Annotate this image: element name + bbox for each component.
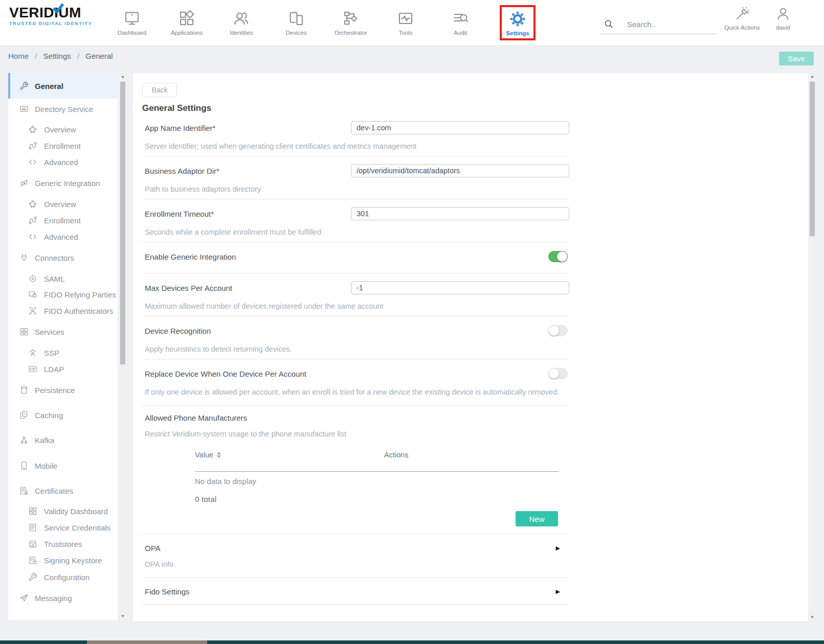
scroll-down-icon[interactable]: ▼ <box>120 613 126 620</box>
screen-lock-icon <box>28 290 37 299</box>
back-button[interactable]: Back <box>142 83 177 97</box>
sidebar-scrollbar-thumb[interactable] <box>120 82 125 364</box>
database-icon <box>19 385 29 395</box>
card-icon <box>28 364 37 374</box>
sidebar-item-configuration[interactable]: Configuration <box>8 569 118 585</box>
app-name-identifier-input[interactable] <box>351 121 569 134</box>
sidebar-item-advanced[interactable]: Advanced <box>8 154 118 170</box>
save-button[interactable]: Save <box>779 52 814 65</box>
breadcrumb-separator: / <box>77 52 79 60</box>
sidebar-item-caching[interactable]: Caching <box>8 407 118 423</box>
nav-item-applications[interactable]: Applications <box>162 10 211 36</box>
sidebar-item-enrollment[interactable]: Enrollment <box>8 212 118 228</box>
device-recognition-helper: Apply heuristincs to detect returning de… <box>142 343 569 355</box>
sidebar-item-saml[interactable]: SAML <box>8 270 118 287</box>
sidebar-item-general[interactable]: General <box>8 73 118 99</box>
table-header-value[interactable]: Value <box>195 451 384 459</box>
replace-device-toggle[interactable] <box>548 368 568 379</box>
nav-item-identities[interactable]: Identities <box>217 10 266 36</box>
sidebar-item-advanced[interactable]: Advanced <box>8 228 118 245</box>
table-header-rule <box>195 471 559 472</box>
value-column-label: Value <box>195 451 213 459</box>
sidebar-item-label: Service Credentials <box>44 523 110 532</box>
sidebar-item-label: Connectors <box>35 254 74 262</box>
sidebar-item-persistence[interactable]: Persistence <box>8 382 118 398</box>
saml-icon <box>28 274 37 283</box>
nav-item-devices[interactable]: Devices <box>272 10 321 36</box>
scroll-up-icon[interactable]: ▲ <box>120 73 126 80</box>
sidebar-item-service-credentials[interactable]: Service Credentials <box>8 519 118 536</box>
nav-item-audit[interactable]: Audit <box>436 10 485 36</box>
content-scrollbar[interactable]: ▲ ▼ <box>809 73 815 621</box>
dashboard-icon <box>123 10 141 27</box>
sidebar-item-label: Configuration <box>44 573 90 582</box>
fido-settings-section-row[interactable]: Fido Settings ▶ <box>142 578 569 605</box>
enable-generic-integration-toggle[interactable] <box>548 251 568 262</box>
sidebar-item-label: Caching <box>35 411 63 420</box>
sidebar-item-messaging[interactable]: Messaging <box>8 590 118 606</box>
nav-item-tools[interactable]: Tools <box>381 10 430 36</box>
search-icon <box>604 19 614 29</box>
expand-right-icon: ▶ <box>556 588 560 595</box>
table-empty-text: No data to display <box>195 477 569 486</box>
wrench-icon <box>19 81 29 90</box>
field-row-business-adaptor: Business Adaptor Dir* Path to business a… <box>142 156 569 199</box>
nav-item-orchestrator[interactable]: Orchestrator <box>326 10 375 36</box>
sidebar-item-overview[interactable]: Overview <box>8 121 118 137</box>
nav-item-settings[interactable]: Settings <box>500 5 536 40</box>
horizontal-scrollbar-thumb[interactable] <box>87 640 207 644</box>
sidebar-item-directory-service[interactable]: ADDirectory Service <box>8 101 118 117</box>
manufacturers-table: Value Actions No data to display 0 total <box>195 451 569 504</box>
sidebar-item-label: Mobile <box>35 462 57 470</box>
horizontal-scrollbar-track[interactable] <box>0 640 824 644</box>
allowed-phone-manufacturers-section: Allowed Phone Manufacturers Restrict Ver… <box>142 406 569 534</box>
enrollment-timeout-input[interactable] <box>351 207 569 220</box>
sidebar-item-validity-dashboard[interactable]: Validity Dashboard <box>8 503 118 519</box>
scroll-down-icon[interactable]: ▼ <box>809 614 815 621</box>
sidebar-item-label: Enrollment <box>44 216 81 225</box>
sidebar-item-connectors[interactable]: Connectors <box>8 249 118 266</box>
sidebar-item-generic-integration[interactable]: Generic Integration <box>8 175 118 191</box>
breadcrumb-settings: Settings <box>43 52 71 60</box>
veridium-logo[interactable]: VERIDIUM TRUSTED DIGITAL IDENTITY <box>9 5 106 26</box>
nav-item-dashboard[interactable]: Dashboard <box>107 10 157 36</box>
search-input[interactable] <box>626 19 710 29</box>
share-icon <box>19 435 29 445</box>
sidebar-item-enrollment[interactable]: Enrollment <box>8 137 118 154</box>
enrollment-timeout-helper: Seconds while a complete enrollment must… <box>142 226 569 238</box>
fido-settings-label: Fido Settings <box>142 587 190 596</box>
sidebar-item-ldap[interactable]: LDAP <box>8 361 118 377</box>
sidebar-item-ssp[interactable]: SSP <box>8 344 118 361</box>
device-recognition-toggle[interactable] <box>548 325 568 336</box>
max-devices-input[interactable] <box>351 281 569 294</box>
sidebar-item-label: Persistence <box>35 386 75 395</box>
field-row-device-recognition: Device Recognition Apply heuristincs to … <box>142 316 569 359</box>
sidebar-item-truststores[interactable]: Truststores <box>8 536 118 552</box>
sidebar-item-services[interactable]: Services <box>8 324 118 340</box>
sidebar-scrollbar[interactable]: ▲ ▼ <box>120 73 126 620</box>
sidebar-item-fido-authenticators[interactable]: FIDO Authenticators <box>8 303 118 319</box>
ad-icon: AD <box>19 104 29 113</box>
business-adaptor-dir-input[interactable] <box>351 164 569 177</box>
sidebar-item-overview[interactable]: Overview <box>8 196 118 212</box>
sidebar-item-signing-keystore[interactable]: Signing Keystore <box>8 552 118 568</box>
nav-item-label: Tools <box>399 30 413 36</box>
breadcrumb-home-link[interactable]: Home <box>8 52 29 60</box>
sidebar-item-kafka[interactable]: Kafka <box>8 432 118 448</box>
quick-actions-button[interactable]: Quick Actions <box>720 6 764 31</box>
sidebar-item-fido-relying-parties[interactable]: FIDO Relying Parties <box>8 286 118 303</box>
scroll-up-icon[interactable]: ▲ <box>809 73 815 80</box>
field-row-enrollment-timeout: Enrollment Timeout* Seconds while a comp… <box>142 199 569 242</box>
nav-item-label: Dashboard <box>118 30 146 36</box>
opa-section-row[interactable]: OPA ▶ OPA info. <box>142 534 569 578</box>
sidebar-item-certificates[interactable]: Certificates <box>8 482 118 499</box>
replace-device-helper: If only one device is allowed per accoun… <box>142 386 569 398</box>
sidebar-item-mobile[interactable]: Mobile <box>8 457 118 474</box>
new-manufacturer-button[interactable]: New <box>516 511 558 526</box>
page-title: General Settings <box>142 103 569 113</box>
sidebar-item-label: Services <box>35 328 64 336</box>
user-menu[interactable]: david <box>770 6 796 31</box>
sidebar-item-label: FIDO Relying Parties <box>44 290 116 299</box>
tools-icon <box>397 10 414 27</box>
content-scrollbar-thumb[interactable] <box>810 82 815 236</box>
